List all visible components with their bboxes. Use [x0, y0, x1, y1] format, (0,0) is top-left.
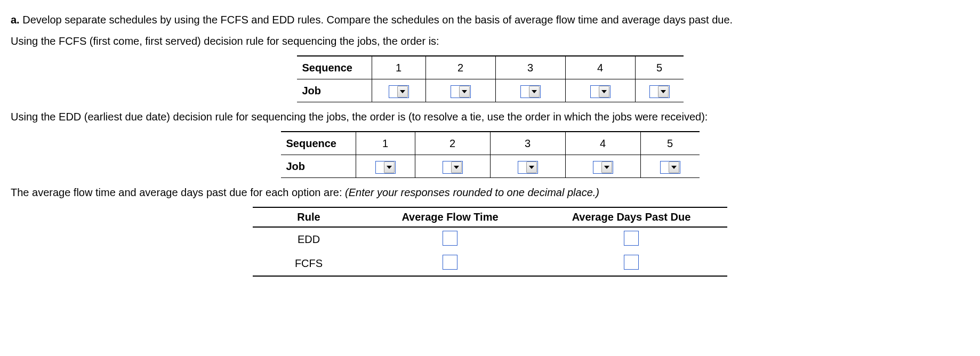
question-part-a: a. Develop separate schedules by using t… — [11, 13, 969, 27]
fcfs-avg-past-due-input[interactable] — [624, 255, 639, 270]
edd-seq-3: 3 — [490, 132, 565, 155]
edd-job-cell-3 — [490, 155, 565, 178]
fcfs-job-cell-5 — [635, 79, 684, 102]
edd-seq-2: 2 — [415, 132, 490, 155]
fcfs-job-cell-3 — [495, 79, 565, 102]
edd-intro: Using the EDD (earliest due date) decisi… — [11, 110, 969, 124]
edd-job-dropdown-4[interactable] — [593, 161, 613, 174]
fcfs-seq-label: Sequence — [297, 56, 372, 79]
fcfs-sequence-table: Sequence 1 2 3 4 5 Job — [297, 55, 684, 102]
chevron-down-icon — [384, 161, 395, 173]
results-header-rule: Rule — [253, 207, 365, 227]
fcfs-job-dropdown-4[interactable] — [590, 85, 611, 98]
chevron-down-icon — [669, 161, 679, 173]
results-header-avg-past-due: Average Days Past Due — [535, 207, 727, 227]
chevron-down-icon — [529, 86, 540, 98]
edd-table-wrap: Sequence 1 2 3 4 5 Job — [11, 131, 969, 178]
edd-seq-1: 1 — [356, 132, 415, 155]
edd-job-dropdown-1[interactable] — [375, 161, 396, 174]
results-row-fcfs-label: FCFS — [253, 252, 365, 276]
fcfs-table-wrap: Sequence 1 2 3 4 5 Job — [11, 55, 969, 102]
svg-marker-0 — [400, 90, 405, 93]
chevron-down-icon — [526, 161, 537, 173]
edd-sequence-table: Sequence 1 2 3 4 5 Job — [281, 131, 700, 178]
fcfs-job-cell-1 — [372, 79, 425, 102]
edd-job-dropdown-3[interactable] — [518, 161, 538, 174]
fcfs-job-dropdown-1[interactable] — [389, 85, 409, 98]
svg-marker-9 — [671, 166, 677, 169]
fcfs-job-dropdown-2[interactable] — [451, 85, 471, 98]
results-edd-past-cell — [535, 227, 727, 252]
svg-marker-8 — [604, 166, 609, 169]
fcfs-job-dropdown-5[interactable] — [649, 85, 670, 98]
edd-job-label: Job — [281, 155, 356, 178]
chevron-down-icon — [601, 161, 612, 173]
edd-avg-flow-input[interactable] — [443, 231, 457, 246]
chevron-down-icon — [658, 86, 669, 98]
fcfs-job-dropdown-3[interactable] — [520, 85, 541, 98]
svg-marker-6 — [454, 166, 459, 169]
fcfs-job-label: Job — [297, 79, 372, 102]
results-table: Rule Average Flow Time Average Days Past… — [253, 207, 727, 277]
chevron-down-icon — [397, 86, 408, 98]
results-fcfs-past-cell — [535, 252, 727, 276]
svg-marker-4 — [661, 90, 666, 93]
edd-seq-4: 4 — [565, 132, 640, 155]
avg-intro: The average flow time and average days p… — [11, 185, 969, 199]
chevron-down-icon — [459, 86, 470, 98]
fcfs-seq-2: 2 — [425, 56, 495, 79]
edd-seq-5: 5 — [640, 132, 700, 155]
fcfs-job-cell-2 — [425, 79, 495, 102]
fcfs-job-cell-4 — [565, 79, 635, 102]
results-header-avg-flow: Average Flow Time — [365, 207, 535, 227]
fcfs-seq-1: 1 — [372, 56, 425, 79]
edd-job-dropdown-5[interactable] — [660, 161, 680, 174]
svg-marker-2 — [532, 90, 537, 93]
edd-job-cell-5 — [640, 155, 700, 178]
chevron-down-icon — [599, 86, 609, 98]
svg-marker-5 — [387, 166, 392, 169]
results-table-wrap: Rule Average Flow Time Average Days Past… — [11, 207, 969, 277]
fcfs-seq-3: 3 — [495, 56, 565, 79]
prompt-main: Develop separate schedules by using the … — [22, 14, 733, 26]
edd-seq-label: Sequence — [281, 132, 356, 155]
avg-intro-italic: (Enter your responses rounded to one dec… — [345, 187, 599, 198]
svg-marker-7 — [529, 166, 534, 169]
results-fcfs-flow-cell — [365, 252, 535, 276]
svg-marker-3 — [601, 90, 607, 93]
part-label: a. — [11, 14, 20, 26]
avg-intro-prefix: The average flow time and average days p… — [11, 187, 345, 198]
edd-job-cell-2 — [415, 155, 490, 178]
fcfs-avg-flow-input[interactable] — [443, 255, 457, 270]
svg-marker-1 — [462, 90, 467, 93]
chevron-down-icon — [451, 161, 462, 173]
results-row-edd-label: EDD — [253, 227, 365, 252]
edd-job-cell-4 — [565, 155, 640, 178]
edd-job-cell-1 — [356, 155, 415, 178]
fcfs-seq-4: 4 — [565, 56, 635, 79]
edd-job-dropdown-2[interactable] — [443, 161, 463, 174]
fcfs-seq-5: 5 — [635, 56, 684, 79]
edd-avg-past-due-input[interactable] — [624, 231, 639, 246]
results-edd-flow-cell — [365, 227, 535, 252]
fcfs-intro: Using the FCFS (first come, first served… — [11, 34, 969, 48]
